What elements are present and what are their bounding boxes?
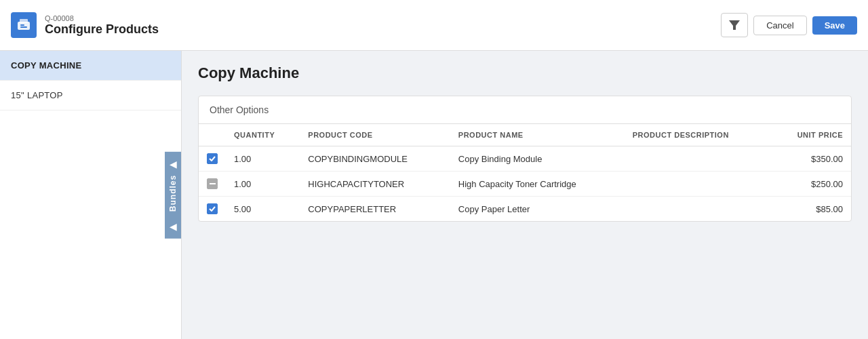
- checkbox-cell: [199, 172, 226, 197]
- col-product-description: PRODUCT DESCRIPTION: [625, 124, 771, 146]
- table-header-row: QUANTITY PRODUCT CODE PRODUCT NAME PRODU…: [199, 124, 851, 146]
- sidebar: COPY MACHINE 15" LAPTOP ◀ Bundles ◀: [0, 51, 182, 339]
- page-title: Copy Machine: [198, 64, 852, 82]
- unit-price-cell: $350.00: [770, 146, 851, 172]
- product-code-cell: COPYBINDINGMODULE: [300, 146, 450, 172]
- svg-rect-2: [20, 24, 24, 26]
- svg-rect-3: [20, 26, 27, 28]
- chevron-left-icon-bottom: ◀: [170, 221, 177, 232]
- options-table-card: Other Options QUANTITY PRODUCT CODE PROD…: [198, 96, 852, 222]
- bundles-label: Bundles: [168, 174, 178, 211]
- content-area: Copy Machine Other Options QUANTITY PROD…: [182, 51, 868, 339]
- options-table: QUANTITY PRODUCT CODE PRODUCT NAME PRODU…: [199, 124, 851, 221]
- product-description-cell: [625, 197, 771, 222]
- header-title: Configure Products: [45, 22, 159, 37]
- app-icon: [11, 12, 37, 38]
- product-code-cell: COPYPAPERLETTER: [300, 197, 450, 222]
- quantity-cell: 5.00: [226, 197, 300, 222]
- product-description-cell: [625, 146, 771, 172]
- col-product-name: PRODUCT NAME: [450, 124, 625, 146]
- checkbox-checked[interactable]: [207, 153, 218, 164]
- unit-price-cell: $85.00: [770, 197, 851, 222]
- quantity-cell: 1.00: [226, 146, 300, 172]
- sidebar-item-copy-machine[interactable]: COPY MACHINE: [0, 51, 181, 81]
- cancel-button[interactable]: Cancel: [753, 16, 806, 35]
- table-row: 1.00COPYBINDINGMODULECopy Binding Module…: [199, 146, 851, 172]
- bundles-tab[interactable]: ◀ Bundles ◀: [165, 151, 181, 238]
- header-right: Cancel Save: [721, 13, 857, 37]
- save-button[interactable]: Save: [812, 16, 857, 35]
- header: Q-00008 Configure Products Cancel Save: [0, 0, 868, 51]
- filter-icon: [729, 20, 740, 30]
- chevron-left-icon: ◀: [170, 158, 177, 169]
- header-title-block: Q-00008 Configure Products: [45, 14, 159, 37]
- svg-marker-4: [729, 20, 740, 30]
- table-row: 1.00HIGHCAPACITYTONERHigh Capacity Toner…: [199, 172, 851, 197]
- table-row: 5.00COPYPAPERLETTERCopy Paper Letter$85.…: [199, 197, 851, 222]
- col-quantity: QUANTITY: [226, 124, 300, 146]
- sidebar-item-laptop[interactable]: 15" LAPTOP: [0, 81, 181, 111]
- svg-rect-1: [20, 19, 28, 23]
- product-name-cell: Copy Binding Module: [450, 146, 625, 172]
- quantity-cell: 1.00: [226, 172, 300, 197]
- checkbox-checked[interactable]: [207, 203, 218, 214]
- header-left: Q-00008 Configure Products: [11, 12, 159, 38]
- unit-price-cell: $250.00: [770, 172, 851, 197]
- col-product-code: PRODUCT CODE: [300, 124, 450, 146]
- col-unit-price: UNIT PRICE: [770, 124, 851, 146]
- filter-button[interactable]: [721, 13, 748, 37]
- product-code-cell: HIGHCAPACITYTONER: [300, 172, 450, 197]
- product-name-cell: Copy Paper Letter: [450, 197, 625, 222]
- checkbox-partial[interactable]: [207, 178, 218, 189]
- section-title: Other Options: [199, 96, 851, 124]
- product-description-cell: [625, 172, 771, 197]
- col-checkbox: [199, 124, 226, 146]
- checkbox-cell: [199, 197, 226, 222]
- product-name-cell: High Capacity Toner Cartridge: [450, 172, 625, 197]
- header-subtitle: Q-00008: [45, 14, 159, 22]
- main-layout: COPY MACHINE 15" LAPTOP ◀ Bundles ◀ Copy…: [0, 51, 868, 339]
- checkbox-cell: [199, 146, 226, 172]
